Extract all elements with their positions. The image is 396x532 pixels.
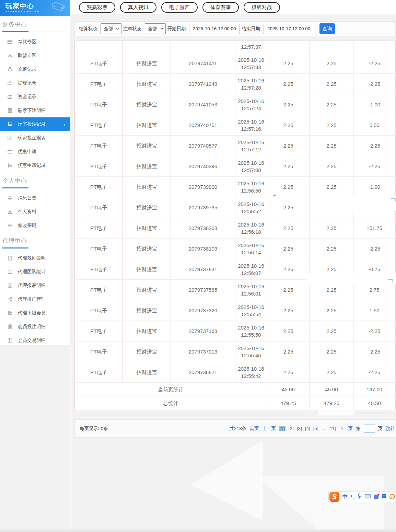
cell-order: 2079741053 (171, 94, 235, 115)
sidebar-item-withdraw-zone[interactable]: 取款专区 (0, 49, 70, 62)
coupon-icon (7, 149, 13, 154)
sidebar-item-label: 会员交易明细 (18, 337, 46, 344)
table-row: PT电子 招财进宝 2079739900 2025-10-1612:56:56 … (75, 177, 396, 197)
settle-status-value: 全部 (104, 26, 113, 32)
search-button[interactable]: 查询 (319, 23, 335, 34)
cell-order: 2079737831 (171, 259, 235, 280)
pagination-page-3[interactable]: [3] (297, 426, 302, 431)
jump-suffix-label: 页 (378, 426, 383, 432)
sidebar-item-messages[interactable]: 消息公告 (0, 191, 70, 205)
sidebar-item-label: 资金记录 (18, 94, 36, 100)
cell-game: 招财进宝 (123, 259, 171, 280)
cell-order: 2079741248 (171, 74, 235, 94)
cell-winloss: 151.75 (353, 218, 396, 239)
emoji-icon[interactable] (389, 494, 395, 499)
tab-qipai-duizhan[interactable]: 棋牌对战 (244, 2, 280, 13)
pagination-first[interactable]: 首页 (249, 426, 259, 432)
cell-order: 2079740577 (171, 136, 235, 156)
sidebar-item-lottery-bet-details[interactable]: 彩票下注明细 (0, 104, 70, 117)
cell-valid: 2.25 (310, 74, 353, 94)
skin-icon[interactable] (374, 495, 378, 499)
end-date-input[interactable] (264, 24, 314, 34)
sidebar-item-agent-rules[interactable]: 代理规则说明 (0, 251, 70, 265)
bell-icon (7, 195, 13, 201)
cell-winloss: -2.25 (353, 321, 396, 342)
cell-datetime: 2025-10-1612:57:08 (235, 156, 267, 177)
doc-icon (7, 255, 13, 261)
sidebar-item-label: 优惠申请记录 (18, 162, 46, 169)
cell-bet: 2.25 (267, 74, 310, 94)
microphone-icon[interactable] (357, 493, 362, 500)
order-status-select[interactable]: 全部 (145, 23, 166, 34)
sidebar-item-label: 提现记录 (18, 80, 36, 86)
sidebar-item-promo-apply[interactable]: 优惠申请 (0, 145, 70, 159)
sidebar-item-member-transaction-details[interactable]: 会员交易明细 (0, 334, 70, 347)
sidebar-item-withdrawal-records[interactable]: 提现记录 (0, 76, 70, 90)
sidebar-item-label: 厅室投注记录 (18, 121, 46, 127)
pagination-prev[interactable]: 上一页 (262, 426, 276, 432)
cell-datetime: 2025-10-1612:56:07 (235, 259, 267, 280)
table-row: PT电子 招财进宝 2079740577 2025-10-1612:57:12 … (75, 136, 396, 156)
cell-order: 2079737168 (171, 321, 235, 342)
cell-datetime: 2025-10-1612:57:12 (235, 136, 267, 156)
tab-zhenren-shixun[interactable]: 真人视讯 (120, 2, 156, 13)
table-row: PT电子 招财进宝 2079737168 2025-10-1612:55:50 … (75, 321, 396, 342)
sidebar-item-label: 修改密码 (18, 222, 36, 229)
table-row: PT电子 招财进宝 2079741248 2025-10-1612:57:28 … (75, 74, 396, 94)
sidebar-item-hall-bet-records[interactable]: 厅室投注记录 › (0, 117, 70, 131)
tab-tiyu-saishi[interactable]: 体育赛事 (202, 2, 239, 13)
cell-platform (75, 41, 123, 53)
start-date-input[interactable] (189, 24, 240, 34)
cell-bet: 2.25 (267, 362, 310, 383)
jump-page-input[interactable] (364, 425, 375, 432)
cell-game: 招财进宝 (123, 177, 171, 197)
game-category-tabs: 雙赢彩票 真人视讯 电子游艺 体育赛事 棋牌对战 (70, 0, 396, 14)
cell-bet: 2.25 (267, 53, 310, 74)
toolbox-grid-icon[interactable] (382, 494, 386, 500)
chinese-mode-icon[interactable]: 中 (342, 494, 348, 500)
pagination-page-5[interactable]: [5] (313, 426, 318, 431)
cell-platform: PT电子 (75, 156, 123, 177)
cell-bet: 2.25 (267, 218, 310, 239)
pagination-ellipsis: ... (322, 426, 325, 431)
cell-platform: PT电子 (75, 136, 123, 156)
render-artifact (310, 196, 396, 210)
sidebar-item-member-bet-details[interactable]: 会员投注明细 (0, 320, 70, 334)
pagination-next[interactable]: 下一页 (339, 426, 353, 432)
watermark-shape (191, 440, 263, 521)
sidebar-item-agent-promotion[interactable]: 代理推广管理 (0, 292, 70, 306)
cell-bet (267, 41, 310, 53)
cell-platform: PT电子 (75, 300, 123, 321)
pagination-page-2[interactable]: [2] (289, 426, 294, 431)
tab-shuangying-caipiao[interactable]: 雙赢彩票 (79, 2, 115, 13)
sidebar-item-player-bet-report[interactable]: 玩家投注报表 (0, 131, 70, 145)
cell-platform: PT电子 (75, 259, 123, 280)
cell-game: 招财进宝 (123, 136, 171, 156)
pagination-page-4[interactable]: [4] (305, 426, 310, 431)
jump-button[interactable]: 跳转 (386, 426, 395, 432)
cell-datetime: 2025-10-1612:56:56 (235, 177, 267, 197)
sidebar-item-recharge-records[interactable]: 充值记录 (0, 62, 70, 76)
settle-status-select[interactable]: 全部 (101, 23, 121, 34)
filter-bar: 结算状态: 全部 注单状态: 全部 开始日期: 结束日期: 查询 (74, 21, 396, 36)
sidebar-item-funds-records[interactable]: 资金记录 (0, 90, 70, 104)
sidebar-item-agent-report-details[interactable]: 代理报表明细 (0, 279, 70, 292)
cell-platform: PT电子 (75, 115, 123, 136)
tab-dianzi-youyi[interactable]: 电子游艺 (161, 2, 198, 13)
sidebar-item-agent-sub-members[interactable]: 代理下级会员 (0, 306, 70, 320)
keyboard-icon[interactable] (365, 494, 371, 500)
table-row: PT电子 招财进宝 2079741411 2025-10-1612:57:33 … (75, 53, 396, 74)
sidebar-item-promo-apply-records[interactable]: 优惠申请记录 (0, 159, 70, 172)
sidebar-item-change-password[interactable]: 修改密码 (0, 219, 70, 232)
cell-winloss: -2.25 (353, 74, 396, 94)
sidebar-item-profile[interactable]: 个人资料 (0, 205, 70, 219)
sidebar-item-agent-team-stats[interactable]: 代理团队统计 (0, 265, 70, 279)
sogou-logo-icon[interactable]: S (329, 492, 339, 502)
punctuation-icon[interactable]: °, (351, 494, 354, 499)
pagination-page-1[interactable]: [1] (279, 426, 286, 431)
cell-bet: 2.25 (267, 136, 310, 156)
agent-menu: 代理规则说明 代理团队统计 代理报表明细 代理推广管理 代理下级会员 会员投注明… (0, 248, 70, 347)
pagination-page-11[interactable]: [11] (328, 426, 336, 431)
sidebar-item-deposit-zone[interactable]: 存款专区 (0, 35, 70, 49)
cell-datetime: 2025-10-1612:57:16 (235, 115, 267, 136)
